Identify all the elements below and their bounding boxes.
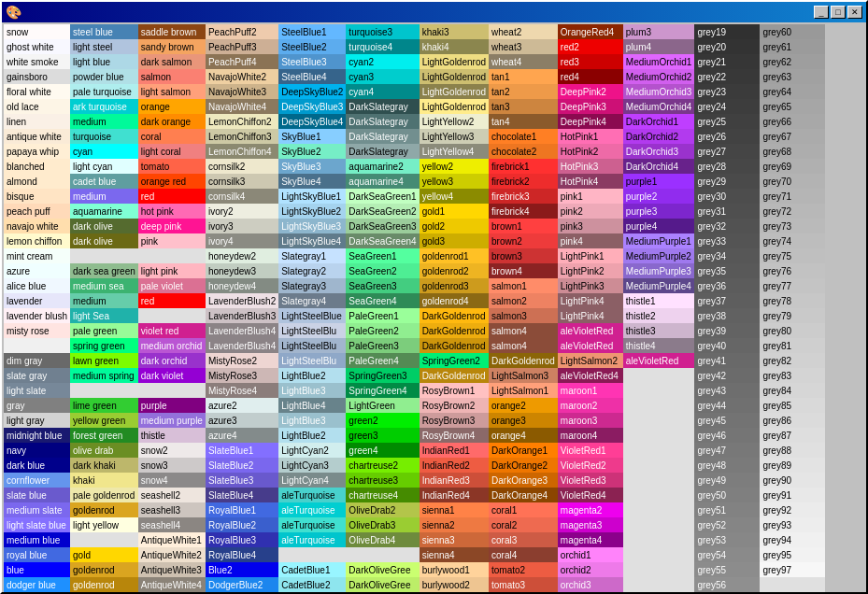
color-cell[interactable] [138, 248, 206, 263]
color-cell[interactable]: grey36 [694, 278, 760, 293]
color-cell[interactable]: DeepSkyBlue3 [278, 99, 346, 114]
color-cell[interactable]: HotPink2 [558, 144, 623, 159]
color-cell[interactable]: purple1 [623, 174, 695, 189]
color-cell[interactable]: royal blue [4, 547, 70, 562]
color-cell[interactable]: red [138, 189, 206, 204]
color-cell[interactable]: linen [4, 114, 70, 129]
color-cell[interactable]: grey22 [694, 69, 760, 84]
color-cell[interactable]: mint cream [4, 248, 70, 263]
color-cell[interactable]: dark olive [70, 219, 138, 233]
color-cell[interactable]: powder blue [70, 69, 138, 84]
color-cell[interactable]: seashell3 [138, 502, 206, 517]
color-cell[interactable]: wheat4 [489, 54, 558, 69]
color-cell[interactable]: violet red [138, 323, 206, 338]
color-cell[interactable]: SlateBlue2 [206, 458, 278, 473]
color-cell[interactable]: gray [4, 398, 70, 413]
color-cell[interactable]: chartreuse2 [346, 458, 419, 473]
color-cell[interactable]: LemonChiffon2 [206, 114, 278, 129]
color-cell[interactable]: ivory3 [206, 219, 278, 233]
color-cell[interactable]: MediumOrchid2 [623, 69, 695, 84]
color-cell[interactable]: grey67 [760, 129, 825, 144]
color-cell[interactable]: DodgerBlue2 [206, 577, 278, 592]
color-cell[interactable]: antique white [4, 129, 70, 144]
color-cell[interactable] [70, 248, 138, 263]
color-cell[interactable]: grey76 [760, 263, 825, 278]
color-cell[interactable]: grey20 [694, 39, 760, 54]
color-cell[interactable] [623, 577, 695, 592]
color-cell[interactable]: thistle3 [623, 323, 695, 338]
color-cell[interactable]: grey65 [760, 99, 825, 114]
color-cell[interactable]: LightSalmon3 [489, 368, 558, 383]
color-cell[interactable]: LavenderBlush2 [206, 293, 278, 308]
color-cell[interactable]: OliveDrab4 [346, 532, 419, 547]
color-cell[interactable]: azure3 [206, 413, 278, 428]
color-cell[interactable]: grey66 [760, 114, 825, 129]
color-cell[interactable] [623, 428, 695, 443]
color-cell[interactable]: LightYellow4 [420, 144, 489, 159]
color-cell[interactable]: grey89 [760, 458, 825, 473]
color-cell[interactable]: grey25 [694, 114, 760, 129]
color-cell[interactable]: DarkOrchid4 [623, 159, 695, 174]
color-cell[interactable]: grey42 [694, 368, 760, 383]
color-cell[interactable]: SlateBlue1 [206, 443, 278, 458]
color-cell[interactable]: cornsilk4 [206, 189, 278, 204]
color-cell[interactable] [70, 383, 138, 398]
color-cell[interactable]: MediumOrchid3 [623, 84, 695, 99]
color-cell[interactable] [138, 383, 206, 398]
color-cell[interactable]: grey19 [694, 24, 760, 39]
color-cell[interactable]: grey23 [694, 84, 760, 99]
color-cell[interactable]: light coral [138, 144, 206, 159]
color-cell[interactable]: grey68 [760, 144, 825, 159]
color-cell[interactable]: LightSkyBlue3 [278, 219, 346, 233]
color-cell[interactable]: pink [138, 233, 206, 248]
color-cell[interactable]: LightGoldenrod [420, 54, 489, 69]
color-cell[interactable]: aleVioletRed [623, 353, 695, 368]
color-cell[interactable]: grey83 [760, 368, 825, 383]
color-cell[interactable]: LightBlue2 [278, 368, 346, 383]
color-cell[interactable]: grey32 [694, 219, 760, 233]
color-cell[interactable]: red3 [558, 54, 623, 69]
color-cell[interactable]: honeydew3 [206, 263, 278, 278]
color-cell[interactable]: SkyBlue4 [278, 174, 346, 189]
color-cell[interactable]: IndianRed1 [420, 443, 489, 458]
color-cell[interactable] [278, 547, 346, 562]
color-cell[interactable]: aleTurquoise [278, 502, 346, 517]
color-cell[interactable]: medium [70, 114, 138, 129]
color-cell[interactable]: wheat2 [489, 24, 558, 39]
color-cell[interactable]: grey30 [694, 189, 760, 204]
color-cell[interactable]: grey95 [760, 547, 825, 562]
color-cell[interactable]: LightYellow3 [420, 129, 489, 144]
color-cell[interactable]: grey80 [760, 323, 825, 338]
color-cell[interactable]: LightSalmon1 [489, 383, 558, 398]
color-cell[interactable]: grey55 [694, 562, 760, 577]
color-cell[interactable]: LightGoldenrod [420, 84, 489, 99]
color-cell[interactable]: grey85 [760, 398, 825, 413]
color-cell[interactable]: grey72 [760, 204, 825, 219]
color-cell[interactable]: lemon chiffon [4, 233, 70, 248]
color-cell[interactable] [623, 443, 695, 458]
color-cell[interactable]: LightSteelBlu [278, 323, 346, 338]
color-cell[interactable] [623, 502, 695, 517]
color-cell[interactable] [623, 398, 695, 413]
color-cell[interactable]: grey43 [694, 383, 760, 398]
color-cell[interactable]: dark olive [70, 233, 138, 248]
color-cell[interactable] [623, 547, 695, 562]
color-cell[interactable]: lawn green [70, 353, 138, 368]
color-cell[interactable]: honeydew4 [206, 278, 278, 293]
color-cell[interactable]: cyan2 [346, 54, 419, 69]
color-cell[interactable]: grey38 [694, 308, 760, 323]
color-cell[interactable]: Slategray2 [278, 263, 346, 278]
color-cell[interactable]: light gray [4, 413, 70, 428]
color-cell[interactable]: ivory2 [206, 204, 278, 219]
color-cell[interactable]: snow4 [138, 473, 206, 488]
color-cell[interactable]: goldenrod4 [420, 293, 489, 308]
color-cell[interactable]: purple2 [623, 189, 695, 204]
color-cell[interactable]: OliveDrab2 [346, 502, 419, 517]
color-cell[interactable]: VioletRed1 [558, 443, 623, 458]
color-cell[interactable]: grey94 [760, 532, 825, 547]
color-cell[interactable]: sienna4 [420, 547, 489, 562]
color-cell[interactable]: SkyBlue2 [278, 144, 346, 159]
color-cell[interactable]: purple [138, 398, 206, 413]
color-cell[interactable]: LightCyan2 [278, 443, 346, 458]
color-cell[interactable] [623, 473, 695, 488]
